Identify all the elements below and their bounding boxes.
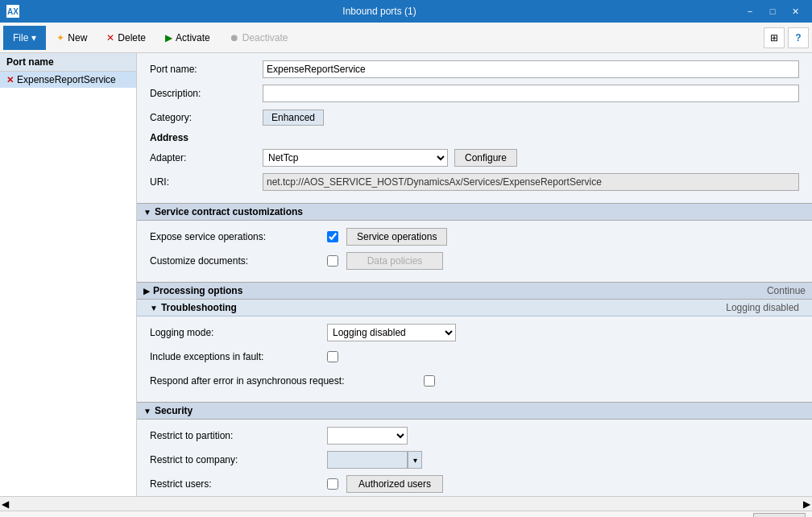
service-contract-header[interactable]: ▼ Service contract customizations [137, 203, 812, 221]
processing-options-header[interactable]: ▶ Processing options Continue [137, 282, 812, 300]
window-title: Inbound ports (1) [19, 6, 740, 17]
customize-documents-row: Customize documents: Data policies [150, 251, 799, 271]
activate-icon: ▶ [165, 32, 172, 43]
restrict-users-row: Restrict users: Authorized users [150, 474, 799, 494]
minimize-button[interactable]: − [740, 3, 760, 19]
port-name-row: Port name: [150, 60, 799, 79]
troubleshooting-status: Logging disabled [726, 302, 799, 313]
security-title: Security [155, 405, 193, 416]
include-exceptions-row: Include exceptions in fault: [150, 347, 799, 366]
toolbar-right: ⊞ ? [764, 27, 809, 48]
basic-form-section: Port name: Description: Category: Enhanc… [137, 53, 812, 203]
expose-operations-row: Expose service operations: Service opera… [150, 227, 799, 246]
troubleshooting-section: Logging mode: Logging disabled Errors on… [137, 316, 812, 402]
deactivate-button[interactable]: ⏺ Deactivate [221, 26, 297, 50]
new-button[interactable]: ✦ New [48, 26, 96, 50]
activate-label: Activate [176, 32, 210, 43]
adapter-label: Adapter: [150, 152, 263, 163]
include-checkbox[interactable] [327, 351, 338, 362]
close-window-button[interactable]: ✕ [785, 3, 806, 19]
customize-checkbox[interactable] [327, 255, 338, 267]
respond-label: Respond after error in asynchronous requ… [150, 375, 424, 387]
restrict-users-checkbox[interactable] [327, 478, 338, 490]
title-bar: AX Inbound ports (1) − □ ✕ [0, 0, 812, 23]
close-button[interactable]: Close [753, 513, 806, 518]
security-section: Restrict to partition: Restrict to compa… [137, 420, 812, 496]
new-label: New [68, 32, 87, 43]
right-content: Port name: Description: Category: Enhanc… [137, 53, 812, 496]
address-header: Address [150, 132, 799, 143]
port-name-item: ExpenseReportService [17, 74, 116, 85]
delete-label: Delete [118, 32, 146, 43]
processing-expand-icon: ▶ [143, 287, 150, 296]
port-name-column-header: Port name [0, 53, 136, 72]
logging-select[interactable]: Logging disabled Errors only Full loggin… [327, 324, 456, 341]
security-header[interactable]: ▼ Security [137, 402, 812, 420]
deactivate-label: Deactivate [242, 32, 288, 43]
service-contract-triangle: ▼ [143, 208, 151, 217]
uri-row: URI: [150, 172, 799, 192]
adapter-select[interactable]: NetTcp [263, 149, 448, 167]
port-list-item[interactable]: ✕ ExpenseReportService [0, 72, 136, 88]
security-triangle: ▼ [143, 407, 151, 416]
delete-button[interactable]: ✕ Delete [97, 26, 155, 50]
help-button[interactable]: ? [788, 27, 809, 48]
status-bar: Name of port Close [0, 511, 812, 517]
restrict-partition-row: Restrict to partition: [150, 426, 799, 445]
restrict-partition-select[interactable] [327, 427, 408, 445]
troubleshooting-title: Troubleshooting [161, 302, 237, 313]
logging-mode-row: Logging mode: Logging disabled Errors on… [150, 323, 799, 342]
horizontal-scrollbar[interactable]: ◀ ▶ [0, 496, 812, 511]
toolbar: File ▾ ✦ New ✕ Delete ▶ Activate ⏺ Deact… [0, 23, 812, 53]
expose-label: Expose service operations: [150, 231, 327, 242]
deactivate-icon: ⏺ [230, 32, 239, 43]
category-label: Category: [150, 112, 263, 123]
description-input[interactable] [263, 85, 799, 102]
logging-label: Logging mode: [150, 327, 327, 338]
category-value: Enhanced [263, 110, 324, 126]
uri-input[interactable] [263, 173, 799, 191]
processing-status: Continue [767, 285, 806, 296]
authorized-users-button[interactable]: Authorized users [346, 475, 443, 493]
item-error-icon: ✕ [6, 75, 14, 85]
window-controls: − □ ✕ [740, 3, 806, 19]
new-icon: ✦ [56, 32, 64, 43]
include-label: Include exceptions in fault: [150, 351, 327, 362]
left-panel: Port name ✕ ExpenseReportService [0, 53, 137, 496]
restrict-partition-label: Restrict to partition: [150, 430, 327, 441]
file-menu-button[interactable]: File ▾ [3, 26, 46, 50]
delete-icon: ✕ [106, 32, 114, 43]
description-row: Description: [150, 84, 799, 103]
main-layout: Port name ✕ ExpenseReportService Port na… [0, 53, 812, 496]
file-label: File [13, 32, 28, 43]
file-arrow: ▾ [31, 32, 36, 43]
service-contract-section: Expose service operations: Service opera… [137, 221, 812, 282]
description-label: Description: [150, 88, 263, 99]
troubleshooting-header[interactable]: ▼ Troubleshooting Logging disabled [137, 300, 812, 316]
customize-label: Customize documents: [150, 255, 327, 267]
scroll-right-arrow[interactable]: ▶ [803, 498, 810, 510]
category-row: Category: Enhanced [150, 108, 799, 127]
status-bar-right: Close [753, 513, 806, 518]
maximize-button[interactable]: □ [762, 3, 783, 19]
data-policies-button[interactable]: Data policies [346, 252, 443, 270]
processing-title: Processing options [153, 285, 242, 296]
activate-button[interactable]: ▶ Activate [156, 26, 219, 50]
troubleshooting-triangle: ▼ [150, 304, 158, 312]
uri-label: URI: [150, 176, 263, 188]
restrict-company-input[interactable] [327, 451, 408, 469]
expose-checkbox[interactable] [327, 231, 338, 242]
respond-checkbox[interactable] [424, 375, 435, 387]
adapter-row: Adapter: NetTcp Configure [150, 148, 799, 168]
scroll-left-arrow[interactable]: ◀ [2, 498, 9, 510]
restrict-company-dropdown-icon: ▾ [408, 451, 422, 469]
restrict-users-label: Restrict users: [150, 478, 327, 490]
respond-row: Respond after error in asynchronous requ… [150, 371, 799, 391]
grid-view-button[interactable]: ⊞ [764, 27, 785, 48]
service-operations-button[interactable]: Service operations [346, 228, 447, 246]
port-name-input[interactable] [263, 60, 799, 78]
restrict-company-label: Restrict to company: [150, 454, 327, 465]
app-icon: AX [6, 5, 19, 18]
restrict-company-row: Restrict to company: ▾ [150, 450, 799, 469]
configure-button[interactable]: Configure [454, 149, 517, 167]
